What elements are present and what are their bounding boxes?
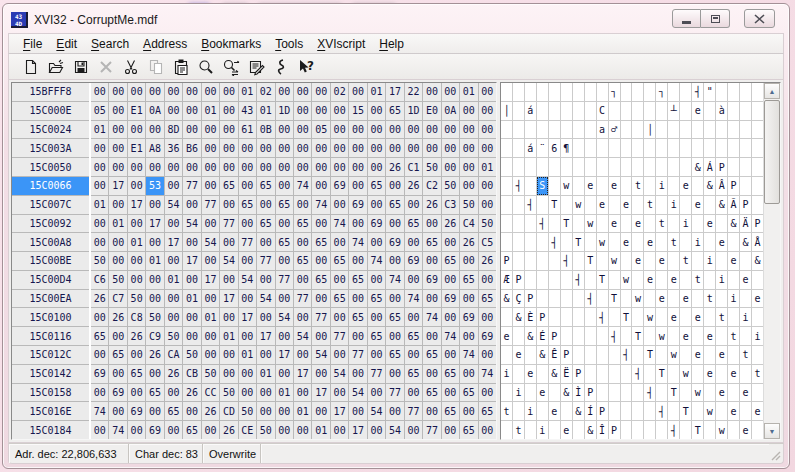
hex-byte-cell[interactable]: 00 (220, 233, 237, 251)
hex-byte-cell[interactable]: 00 (349, 327, 366, 345)
char-cell[interactable] (668, 177, 679, 195)
hex-byte-cell[interactable]: 65 (405, 215, 422, 233)
hex-byte-cell[interactable]: 74 (479, 365, 496, 383)
char-cell[interactable] (585, 233, 596, 251)
hex-byte-cell[interactable]: 77 (423, 421, 440, 439)
char-cell[interactable] (573, 327, 584, 345)
char-cell[interactable]: P (716, 158, 727, 176)
char-cell[interactable] (597, 384, 608, 402)
char-cell[interactable]: │ (501, 102, 512, 120)
hex-byte-cell[interactable]: CD (220, 402, 237, 420)
char-cell[interactable] (525, 271, 536, 289)
hex-byte-cell[interactable]: 17 (294, 365, 311, 383)
char-cell[interactable]: ┤ (585, 290, 596, 308)
hex-byte-cell[interactable]: 50 (165, 327, 182, 345)
char-cell[interactable]: w (668, 346, 679, 364)
hex-byte-cell[interactable]: 00 (220, 102, 237, 120)
char-cell[interactable] (740, 139, 751, 157)
char-cell[interactable]: e (585, 177, 596, 195)
hex-byte-cell[interactable]: 00 (460, 177, 477, 195)
char-cell[interactable] (513, 402, 524, 420)
hex-byte-cell[interactable]: 00 (220, 121, 237, 139)
char-cell[interactable] (573, 158, 584, 176)
maximize-button[interactable] (701, 9, 730, 28)
char-cell[interactable] (668, 252, 679, 270)
char-cell[interactable] (740, 83, 751, 101)
char-cell[interactable]: w (656, 327, 667, 345)
hex-byte-cell[interactable]: 65 (91, 327, 108, 345)
hex-byte-cell[interactable]: 1D (405, 102, 422, 120)
menu-item-tools[interactable]: Tools (268, 35, 310, 53)
char-cell[interactable] (501, 215, 512, 233)
hex-byte-cell[interactable]: 54 (312, 346, 329, 364)
hex-byte-cell[interactable]: 00 (220, 346, 237, 364)
menu-item-xviscript[interactable]: XVIscript (310, 35, 372, 53)
hex-byte-cell[interactable]: 00 (276, 402, 293, 420)
char-cell[interactable]: a (597, 121, 608, 139)
char-cell[interactable]: t (501, 402, 512, 420)
char-cell[interactable] (513, 327, 524, 345)
hex-byte-cell[interactable]: 00 (442, 421, 459, 439)
char-cell[interactable] (632, 121, 643, 139)
hex-byte-cell[interactable]: 65 (349, 308, 366, 326)
char-cell[interactable] (728, 384, 739, 402)
hex-byte-cell[interactable]: 65 (479, 290, 496, 308)
hex-byte-cell[interactable]: 00 (239, 365, 256, 383)
char-cell[interactable] (692, 215, 703, 233)
hex-byte-cell[interactable]: 00 (165, 158, 182, 176)
hex-byte-cell[interactable]: 01 (91, 121, 108, 139)
hex-byte-cell[interactable]: 77 (276, 271, 293, 289)
char-cell[interactable] (656, 421, 667, 439)
hex-byte-cell[interactable]: 00 (109, 121, 126, 139)
hex-byte-cell[interactable]: 00 (202, 215, 219, 233)
char-cell[interactable] (609, 271, 620, 289)
char-cell[interactable]: & (537, 346, 548, 364)
char-cell[interactable] (549, 158, 560, 176)
char-cell[interactable] (704, 121, 715, 139)
char-cell[interactable] (549, 102, 560, 120)
hex-byte-cell[interactable]: 00 (165, 83, 182, 101)
hex-byte-cell[interactable]: 00 (423, 402, 440, 420)
hex-byte-cell[interactable]: 65 (331, 290, 348, 308)
char-cell[interactable]: e (513, 346, 524, 364)
char-cell[interactable]: & (513, 308, 524, 326)
hex-byte-cell[interactable]: 69 (405, 252, 422, 270)
char-cell[interactable] (585, 308, 596, 326)
char-cell[interactable]: e (680, 290, 691, 308)
char-cell[interactable]: e (632, 252, 643, 270)
hex-byte-cell[interactable]: E0 (423, 102, 440, 120)
char-cell[interactable]: P (609, 421, 620, 439)
char-cell[interactable] (621, 139, 632, 157)
hex-byte-cell[interactable]: 26 (165, 365, 182, 383)
hex-byte-cell[interactable]: 26 (460, 233, 477, 251)
char-cell[interactable]: T (656, 365, 667, 383)
hex-byte-cell[interactable]: C4 (460, 215, 477, 233)
char-cell[interactable]: & (752, 252, 763, 270)
char-cell[interactable]: i (537, 421, 548, 439)
hex-byte-cell[interactable]: 00 (146, 233, 163, 251)
char-cell[interactable] (632, 308, 643, 326)
hex-byte-cell[interactable]: 53 (146, 177, 163, 195)
hex-byte-cell[interactable]: 00 (294, 271, 311, 289)
hex-byte-cell[interactable]: 00 (91, 83, 108, 101)
char-cell[interactable] (752, 121, 763, 139)
resize-grip[interactable] (769, 444, 783, 463)
hex-byte-cell[interactable]: 00 (368, 139, 385, 157)
hex-byte-cell[interactable]: 65 (239, 196, 256, 214)
hex-byte-cell[interactable]: 00 (331, 271, 348, 289)
hex-byte-cell[interactable]: 50 (423, 158, 440, 176)
hex-byte-cell[interactable]: 65 (183, 421, 200, 439)
char-cell[interactable]: à (716, 102, 727, 120)
char-cell[interactable] (632, 271, 643, 289)
char-cell[interactable]: i (668, 196, 679, 214)
hex-byte-cell[interactable]: 00 (91, 139, 108, 157)
hex-byte-cell[interactable]: 00 (276, 139, 293, 157)
hex-byte-cell[interactable]: 02 (331, 83, 348, 101)
char-cell[interactable] (513, 139, 524, 157)
hex-byte-cell[interactable]: 00 (128, 83, 145, 101)
char-cell[interactable] (561, 121, 572, 139)
char-cell[interactable] (632, 196, 643, 214)
char-cell[interactable] (632, 83, 643, 101)
hex-byte-cell[interactable]: 54 (386, 421, 403, 439)
hex-byte-cell[interactable]: 00 (202, 177, 219, 195)
